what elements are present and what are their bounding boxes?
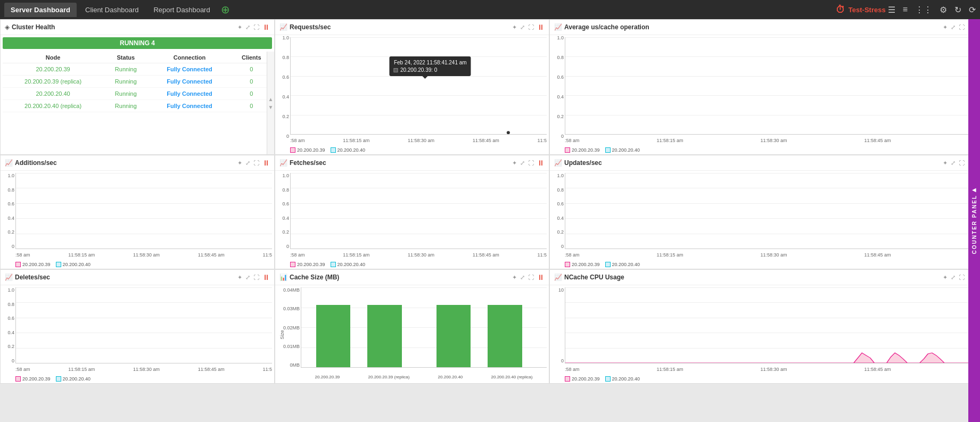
requests-sec-header: 📈 Requests/sec ✦ ⤢ ⛶ ⏸: [275, 20, 549, 35]
fetches-sec-panel: 📈 Fetches/sec ✦ ⤢ ⛶ ⏸ 1.0 0.8 0.6 0.4 0.…: [275, 155, 549, 269]
menu-icon-1[interactable]: ☰: [888, 5, 895, 15]
legend-item-1: 20.200.20.39: [565, 376, 600, 382]
panel-actions: ✦ ⤢ ⛶ ⏸: [512, 159, 545, 167]
pin-icon[interactable]: ✦: [237, 160, 242, 167]
fullscreen-icon[interactable]: ⛶: [253, 274, 259, 280]
expand-icon[interactable]: ⤢: [245, 24, 250, 31]
table-row: 20.200.20.39 Running Fully Connected 0: [3, 63, 272, 76]
pause-button[interactable]: ⏸: [537, 23, 545, 31]
settings-icon[interactable]: ⚙: [940, 5, 947, 15]
pin-icon[interactable]: ✦: [512, 274, 517, 281]
legend-item-2: 20.200.20.40: [56, 262, 91, 267]
clients-2: 0: [231, 76, 272, 88]
pin-icon[interactable]: ✦: [237, 24, 242, 31]
legend-label-2: 20.200.20.40: [63, 262, 91, 267]
node-1: 20.200.20.39: [3, 63, 103, 76]
x-axis-labels: :58 am 11:58:15 am 11:58:30 am 11:58:45 …: [565, 367, 977, 372]
fullscreen-icon[interactable]: ⛶: [959, 160, 965, 166]
col-connection: Connection: [148, 52, 230, 63]
chart-legend: 20.200.20.39 20.200.20.40: [290, 147, 547, 153]
line-chart-svg: [16, 287, 272, 363]
legend-label-1: 20.200.20.39: [297, 262, 325, 267]
legend-label-1: 20.200.20.39: [297, 147, 325, 153]
bar-label-3: 20.200.20.40: [438, 375, 463, 379]
expand-icon[interactable]: ⤢: [951, 24, 956, 31]
menu-icon-2[interactable]: ≡: [903, 5, 908, 14]
server-dashboard-tab[interactable]: Server Dashboard: [4, 3, 77, 17]
col-clients: Clients: [231, 52, 272, 63]
scroll-up[interactable]: ▲: [267, 95, 275, 103]
legend-item-2: 20.200.20.40: [331, 262, 366, 267]
chart-icon: 📈: [5, 274, 13, 281]
table-row: 20.200.20.40 (replica) Running Fully Con…: [3, 100, 272, 112]
expand-icon[interactable]: ⤢: [951, 274, 956, 281]
y-axis-labels: 0.04MB 0.03MB 0.02MB 0.01MB 0MB: [283, 287, 300, 368]
expand-icon[interactable]: ⤢: [951, 160, 956, 167]
deletes-chart-container: 1.0 0.8 0.6 0.4 0.2 0 :58 am 11: [1, 285, 274, 384]
pause-button[interactable]: ⏸: [262, 159, 270, 167]
menu-icon-3[interactable]: ⋮⋮: [915, 5, 932, 15]
pause-button[interactable]: ⏸: [537, 159, 545, 167]
bar-label-1: 20.200.20.39: [315, 375, 340, 379]
expand-icon[interactable]: ⤢: [245, 274, 250, 281]
status-4: Running: [103, 100, 148, 112]
legend-color-2: [331, 147, 336, 153]
fullscreen-icon[interactable]: ⛶: [959, 24, 965, 30]
ncache-cpu-header: 📈 NCache CPU Usage ✦ ⤢ ⛶ ⏸: [550, 270, 979, 285]
expand-icon[interactable]: ⤢: [520, 24, 525, 31]
legend-label-1: 20.200.20.39: [572, 147, 600, 153]
pause-button[interactable]: ⏸: [262, 23, 270, 31]
legend-label-2: 20.200.20.40: [612, 376, 640, 382]
bar-2: [367, 305, 402, 367]
legend-color-2: [605, 262, 611, 267]
line-chart-svg: [291, 37, 547, 134]
chart-legend: 20.200.20.39 20.200.20.40: [565, 262, 977, 267]
pin-icon[interactable]: ✦: [943, 274, 948, 281]
tooltip-time: Feb 24, 2022 11:58:41.241 am: [394, 60, 467, 65]
expand-icon[interactable]: ⤢: [520, 160, 525, 167]
report-dashboard-tab[interactable]: Report Dashboard: [147, 3, 216, 17]
connection-4: Fully Connected: [148, 100, 230, 112]
legend-item-2: 20.200.20.40: [56, 376, 91, 382]
pin-icon[interactable]: ✦: [512, 24, 517, 31]
chart-icon: 📈: [554, 274, 562, 281]
expand-icon[interactable]: ⤢: [520, 274, 525, 281]
fullscreen-icon[interactable]: ⛶: [528, 24, 534, 30]
brand-icon: ⏱: [836, 4, 845, 15]
fullscreen-icon[interactable]: ⛶: [253, 160, 259, 166]
y-axis-labels: 1.0 0.8 0.6 0.4 0.2 0: [1, 287, 15, 363]
expand-icon[interactable]: ⤢: [245, 160, 250, 167]
reload-icon[interactable]: ⟳: [969, 5, 976, 15]
counter-panel[interactable]: ◀ COUNTER PANEL: [968, 19, 980, 422]
pin-icon[interactable]: ✦: [512, 160, 517, 167]
pin-icon[interactable]: ✦: [943, 160, 948, 167]
x-axis-labels: :58 am 11:58:15 am 11:58:30 am 11:58:45 …: [15, 367, 272, 372]
col-node: Node: [3, 52, 103, 63]
clients-4: 0: [231, 100, 272, 112]
legend-color-2: [56, 262, 61, 267]
cpu-line-chart-svg: [565, 287, 977, 363]
requests-chart-container: 1.0 0.8 0.6 0.4 0.2 0: [275, 35, 549, 155]
refresh-icon[interactable]: ↻: [954, 5, 961, 15]
bar-1: [316, 305, 351, 367]
scroll-down[interactable]: ▼: [267, 103, 275, 111]
client-dashboard-tab[interactable]: Client Dashboard: [79, 3, 145, 17]
pause-button[interactable]: ⏸: [537, 273, 545, 282]
chart-icon: 📈: [5, 159, 13, 167]
clients-3: 0: [231, 88, 272, 100]
legend-color-2: [331, 262, 336, 267]
pause-button[interactable]: ⏸: [262, 273, 270, 282]
connection-3: Fully Connected: [148, 88, 230, 100]
legend-item-1: 20.200.20.39: [290, 262, 325, 267]
legend-label-2: 20.200.20.40: [337, 262, 366, 267]
add-tab-button[interactable]: ⊕: [221, 3, 230, 16]
fullscreen-icon[interactable]: ⛶: [959, 274, 965, 280]
cluster-content: RUNNING 4 Node Status Connection Clients…: [1, 35, 274, 114]
bar-4: [488, 305, 522, 367]
fullscreen-icon[interactable]: ⛶: [528, 160, 534, 166]
fullscreen-icon[interactable]: ⛶: [528, 274, 534, 280]
pin-icon[interactable]: ✦: [237, 274, 242, 281]
top-navigation: Server Dashboard Client Dashboard Report…: [0, 0, 980, 19]
pin-icon[interactable]: ✦: [943, 24, 948, 31]
fullscreen-icon[interactable]: ⛶: [253, 24, 259, 30]
